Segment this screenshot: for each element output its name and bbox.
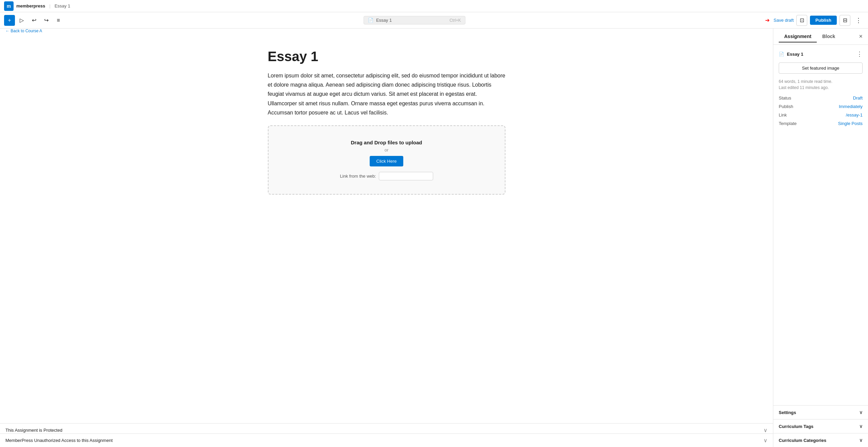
- redo-button[interactable]: ↪: [41, 15, 52, 26]
- admin-page-title: Essay 1: [55, 3, 70, 8]
- brand-name: memberpress: [16, 3, 45, 8]
- curriculum-tags-chevron-icon: ∨: [859, 424, 863, 429]
- list-view-button[interactable]: ≡: [53, 15, 64, 26]
- template-value[interactable]: Single Posts: [838, 121, 863, 126]
- sidebar-toggle-button[interactable]: ⊟: [839, 15, 850, 26]
- arrow-icon: ➔: [765, 17, 770, 23]
- link-label: Link: [779, 112, 787, 118]
- undo-button[interactable]: ↩: [29, 15, 39, 26]
- upload-drag-drop-label: Drag and Drop files to upload: [275, 140, 498, 145]
- essay-body[interactable]: Lorem ipsum dolor sit amet, consectetur …: [268, 71, 505, 117]
- logo-icon: m: [4, 1, 14, 11]
- template-label: Template: [779, 121, 797, 126]
- add-block-button[interactable]: +: [4, 15, 15, 26]
- curriculum-categories-label: Curriculum Categories: [779, 438, 826, 443]
- toolbar-right: ➔ Save draft ⊡ Publish ⊟ ⋮: [765, 15, 864, 26]
- template-row: Template Single Posts: [779, 121, 863, 126]
- set-featured-image-button[interactable]: Set featured image: [779, 62, 863, 74]
- curriculum-tags-label: Curriculum Tags: [779, 424, 813, 429]
- main-layout: Essay 1 Lorem ipsum dolor sit amet, cons…: [0, 29, 868, 447]
- sidebar-header: Assignment Block ×: [773, 29, 868, 45]
- document-title: Essay 1: [787, 52, 803, 57]
- publish-row: Publish Immediately: [779, 104, 863, 109]
- publish-button[interactable]: Publish: [810, 16, 837, 25]
- sidebar-close-button[interactable]: ×: [859, 33, 863, 40]
- toolbar-center: 📄 Essay 1 Ctrl+K: [64, 16, 765, 24]
- publish-value[interactable]: Immediately: [839, 104, 863, 109]
- unauthorized-label: MemberPress Unauthorized Access to this …: [5, 438, 113, 443]
- meta-info: 64 words, 1 minute read time. Last edite…: [779, 78, 863, 91]
- protection-chevron-icon: ∨: [763, 427, 768, 433]
- protection-label: This Assignment is Protected: [5, 428, 62, 433]
- document-header: 📄 Essay 1 ⋮: [779, 50, 863, 58]
- upload-or-label: or: [275, 147, 498, 153]
- select-tool-button[interactable]: ▷: [16, 15, 27, 26]
- settings-chevron-icon: ∨: [859, 410, 863, 415]
- link-row-sidebar: Link /essay-1: [779, 112, 863, 118]
- post-name-bar[interactable]: 📄 Essay 1 Ctrl+K: [364, 16, 465, 24]
- publish-label: Publish: [779, 104, 793, 109]
- shortcut-label: Ctrl+K: [449, 18, 461, 23]
- link-from-web-label: Link from the web:: [340, 174, 376, 179]
- unauthorized-bar[interactable]: MemberPress Unauthorized Access to this …: [0, 433, 773, 447]
- curriculum-categories-section[interactable]: Curriculum Categories ∨: [773, 433, 868, 447]
- click-here-button[interactable]: Click Here: [370, 156, 404, 166]
- settings-label: Settings: [779, 410, 796, 415]
- settings-section[interactable]: Settings ∨: [773, 405, 868, 419]
- view-button[interactable]: ⊡: [796, 15, 807, 26]
- curriculum-categories-chevron-icon: ∨: [859, 437, 863, 443]
- back-to-course-link[interactable]: ← Back to Course A: [5, 29, 42, 33]
- more-options-button[interactable]: ⋮: [853, 15, 864, 26]
- editor-toolbar: + ▷ ↩ ↪ ≡ 📄 Essay 1 Ctrl+K ➔ Save draft …: [0, 12, 868, 29]
- save-draft-button[interactable]: Save draft: [774, 18, 794, 23]
- upload-widget: Drag and Drop files to upload or Click H…: [268, 125, 505, 195]
- right-sidebar: Assignment Block × 📄 Essay 1 ⋮ Set featu…: [773, 29, 868, 447]
- sidebar-body: 📄 Essay 1 ⋮ Set featured image 64 words,…: [773, 45, 868, 405]
- tab-assignment[interactable]: Assignment: [779, 31, 817, 42]
- link-value[interactable]: /essay-1: [846, 112, 863, 118]
- toolbar-left: + ▷ ↩ ↪ ≡: [4, 15, 64, 26]
- status-row: Status Draft: [779, 95, 863, 101]
- link-row: Link from the web:: [275, 172, 498, 180]
- document-icon: 📄: [779, 52, 784, 57]
- status-value[interactable]: Draft: [853, 95, 863, 101]
- status-label: Status: [779, 95, 791, 101]
- post-icon: 📄: [368, 18, 373, 23]
- essay-title[interactable]: Essay 1: [268, 49, 505, 64]
- editor-area: Essay 1 Lorem ipsum dolor sit amet, cons…: [0, 29, 773, 447]
- admin-bar: m memberpress | Essay 1: [0, 0, 868, 12]
- editor-content: Essay 1 Lorem ipsum dolor sit amet, cons…: [268, 49, 505, 201]
- link-from-web-input[interactable]: [379, 172, 433, 180]
- post-name-label: Essay 1: [376, 18, 392, 23]
- unauthorized-chevron-icon: ∨: [763, 437, 768, 444]
- tab-block[interactable]: Block: [817, 31, 841, 42]
- document-menu-button[interactable]: ⋮: [856, 50, 863, 58]
- curriculum-tags-section[interactable]: Curriculum Tags ∨: [773, 419, 868, 433]
